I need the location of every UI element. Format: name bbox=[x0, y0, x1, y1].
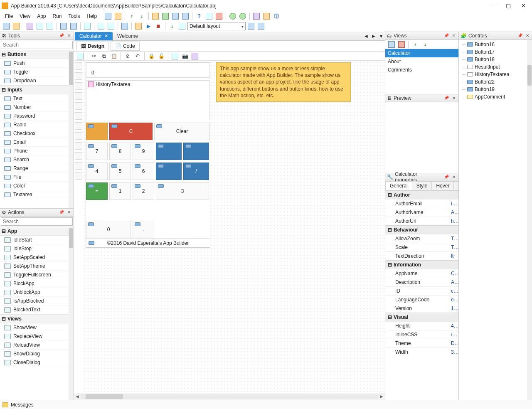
tool-item-password[interactable]: Password bbox=[0, 112, 69, 121]
prop-row-id[interactable]: IDcom.appbuilder.calculator bbox=[385, 286, 458, 295]
tb2-icon-10[interactable] bbox=[134, 22, 143, 31]
control-item-button22[interactable]: Button22 bbox=[459, 78, 527, 86]
tool-item-range[interactable]: Range bbox=[0, 164, 69, 173]
prop-value[interactable]: http://www.davidesperalta.com/ bbox=[448, 217, 458, 225]
prop-row-height[interactable]: Height480 bbox=[385, 321, 458, 330]
delete-icon[interactable]: ⊘ bbox=[123, 52, 132, 61]
history-textarea[interactable]: HistoryTextarea bbox=[86, 80, 210, 120]
calc-button-5[interactable]: 5 bbox=[109, 163, 131, 180]
prop-row-appname[interactable]: AppNameCalculator bbox=[385, 269, 458, 278]
tab-next-icon[interactable]: ► bbox=[370, 33, 377, 39]
tool-icon-6[interactable] bbox=[214, 12, 224, 21]
canvas-hscroll[interactable]: ◄ ► bbox=[74, 393, 385, 400]
properties-panel-header[interactable]: 🔧 Calculator properties 📌 ✕ bbox=[385, 173, 458, 181]
tool-item-radio[interactable]: Radio bbox=[0, 121, 69, 129]
run-icon[interactable]: ▶ bbox=[144, 22, 153, 31]
tab-welcome[interactable]: Welcome bbox=[113, 32, 143, 40]
control-item-historytextarea[interactable]: HistoryTextarea bbox=[459, 71, 527, 78]
view-item-about[interactable]: About bbox=[385, 57, 458, 66]
lock-icon[interactable]: 🔒 bbox=[147, 52, 156, 61]
calc-button-/[interactable]: / bbox=[183, 163, 209, 180]
align-icon[interactable] bbox=[75, 102, 82, 110]
tool-item-isappblocked[interactable]: IsAppBlocked bbox=[0, 297, 69, 306]
tool-item-unblockapp[interactable]: UnblockApp bbox=[0, 288, 69, 297]
align-icon[interactable] bbox=[75, 162, 82, 170]
designer-page[interactable]: 0 HistoryTextarea CClear789456/123=0. ©2… bbox=[86, 62, 210, 248]
calc-button-9[interactable]: 9 bbox=[133, 143, 154, 160]
designer-footer[interactable]: ©2016 David Esperalta's App Builder bbox=[86, 238, 210, 247]
close-button[interactable]: ✕ bbox=[516, 1, 530, 10]
calc-button-0[interactable]: 0 bbox=[86, 221, 131, 238]
actions-panel-header[interactable]: ⚙ Actions 📌 ✕ bbox=[0, 208, 74, 217]
prop-tab-general[interactable]: General bbox=[385, 181, 412, 190]
calc-button-1[interactable]: 1 bbox=[109, 182, 131, 200]
messages-bar[interactable]: Messages bbox=[0, 400, 532, 409]
align-icon[interactable] bbox=[75, 92, 82, 100]
pin-icon[interactable]: 📌 bbox=[443, 174, 449, 180]
tool-item-showview[interactable]: ShowView bbox=[0, 323, 69, 332]
tool-item-color[interactable]: Color bbox=[0, 182, 69, 190]
controls-scrollbar[interactable] bbox=[527, 40, 532, 400]
prop-group-visual[interactable]: ⊟Visual bbox=[385, 313, 458, 321]
align-icon[interactable] bbox=[75, 72, 82, 80]
tool-item-togglefullscreen[interactable]: ToggleFullscreen bbox=[0, 271, 69, 279]
tb2-icon-13[interactable] bbox=[256, 22, 266, 31]
tools-search-input[interactable] bbox=[1, 41, 73, 49]
views-panel-header[interactable]: 🗂 Views 📌 ✕ bbox=[385, 32, 458, 40]
align-icon[interactable] bbox=[75, 172, 82, 180]
remove-view-icon[interactable] bbox=[397, 40, 406, 49]
stop-icon[interactable]: ⏹ bbox=[154, 22, 163, 31]
app-comment[interactable]: This app sample show us a more or less s… bbox=[216, 62, 351, 102]
pin-icon[interactable]: 📌 bbox=[443, 33, 449, 39]
calc-button-blue[interactable] bbox=[156, 143, 182, 160]
prop-row-authoremail[interactable]: AuthorEmailinfo@davidesperalta.com bbox=[385, 199, 458, 208]
tb2-icon-7[interactable] bbox=[96, 22, 106, 31]
control-item-resultinput[interactable]: ResultInput bbox=[459, 63, 527, 71]
view-item-calculator[interactable]: Calculator bbox=[385, 49, 458, 57]
tool-item-checkbox[interactable]: Checkbox bbox=[0, 129, 69, 138]
add-view-icon[interactable] bbox=[387, 40, 396, 49]
prop-value[interactable]: 320 bbox=[448, 348, 458, 356]
move-down-icon[interactable]: ↓ bbox=[421, 40, 430, 49]
menu-file[interactable]: File bbox=[2, 12, 16, 20]
tool-item-replaceview[interactable]: ReplaceView bbox=[0, 332, 69, 341]
menu-run[interactable]: Run bbox=[49, 12, 65, 20]
tool-item-file[interactable]: File bbox=[0, 173, 69, 182]
prop-row-inlinecss[interactable]: InlineCSS/* Apply only when orientation … bbox=[385, 330, 458, 339]
prop-row-allowzoom[interactable]: AllowZoomTrue bbox=[385, 234, 458, 243]
maximize-button[interactable]: ▢ bbox=[501, 1, 515, 10]
globe-icon[interactable] bbox=[228, 12, 237, 21]
prop-value[interactable]: 480 bbox=[448, 322, 458, 330]
control-item-button19[interactable]: Button19 bbox=[459, 86, 527, 93]
prop-value[interactable]: ltr bbox=[448, 252, 458, 260]
camera-icon[interactable]: 📷 bbox=[180, 52, 190, 61]
group-buttons[interactable]: ⊟Buttons bbox=[0, 50, 69, 59]
pin-icon[interactable]: 📌 bbox=[443, 95, 449, 101]
open-icon[interactable] bbox=[113, 12, 123, 21]
copy-icon[interactable]: ⧉ bbox=[99, 52, 108, 61]
tab-close-icon[interactable]: ✕ bbox=[104, 33, 108, 39]
new-icon[interactable] bbox=[103, 12, 113, 21]
calc-button-8[interactable]: 8 bbox=[109, 143, 131, 160]
control-item-button17[interactable]: Button17 bbox=[459, 48, 527, 56]
prop-value[interactable]: info@davidesperalta.com bbox=[448, 200, 458, 208]
tb2-icon-5[interactable] bbox=[45, 22, 54, 31]
tb2-icon-6[interactable] bbox=[83, 22, 92, 31]
tb2-icon-1[interactable] bbox=[2, 22, 11, 31]
prop-group-information[interactable]: ⊟Information bbox=[385, 260, 458, 269]
prop-tab-style[interactable]: Style bbox=[412, 181, 432, 190]
close-icon[interactable]: ✕ bbox=[66, 209, 72, 215]
unlock-icon[interactable]: 🔓 bbox=[157, 52, 166, 61]
group-app[interactable]: ⊟App bbox=[0, 227, 69, 236]
help-icon[interactable]: ? bbox=[195, 12, 204, 21]
undo-icon[interactable]: ↶ bbox=[133, 52, 142, 61]
tool-item-email[interactable]: Email bbox=[0, 138, 69, 147]
arrow-down-green-icon[interactable]: ↓ bbox=[167, 22, 177, 31]
prop-row-authorurl[interactable]: AuthorUrlhttp://www.davidesperalta.com/ bbox=[385, 217, 458, 225]
tool-item-push[interactable]: Push bbox=[0, 59, 69, 68]
prop-value[interactable]: Another App Builder app bbox=[448, 278, 458, 286]
align-icon[interactable] bbox=[75, 142, 82, 150]
cut-icon[interactable]: ✂ bbox=[89, 52, 99, 61]
calc-button-=[interactable]: = bbox=[86, 182, 108, 200]
prop-value[interactable]: Default bbox=[448, 339, 458, 347]
